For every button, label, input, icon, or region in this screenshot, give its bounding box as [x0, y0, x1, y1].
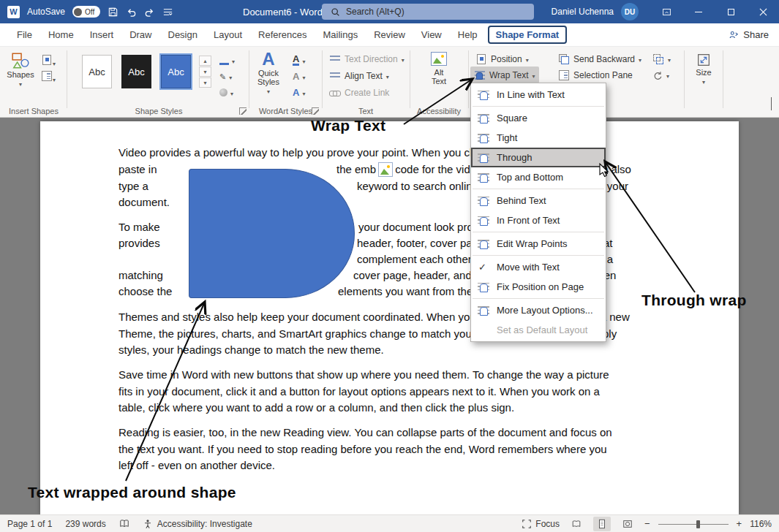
read-mode-button[interactable]: [568, 517, 585, 531]
tab-insert[interactable]: Insert: [82, 25, 122, 45]
text-outline-button[interactable]: [293, 69, 305, 83]
print-layout-button[interactable]: [593, 517, 611, 531]
quick-styles-button[interactable]: Quick Styles: [252, 50, 285, 95]
shape-styles-dialog-launcher[interactable]: [239, 107, 247, 115]
tab-file[interactable]: File: [9, 25, 40, 45]
word-count[interactable]: 239 words: [65, 519, 105, 529]
focus-button[interactable]: Focus: [522, 519, 560, 529]
zoom-in-button[interactable]: +: [737, 518, 742, 529]
shape-style-preset-3-selected[interactable]: Abc: [161, 55, 191, 88]
create-link-button[interactable]: Create Link: [325, 84, 393, 101]
search-input[interactable]: [346, 7, 525, 17]
shapes-button[interactable]: Shapes: [4, 51, 37, 88]
text-effects-button[interactable]: [293, 86, 305, 99]
tab-home[interactable]: Home: [40, 25, 82, 45]
alt-text-button[interactable]: Alt Text: [423, 52, 455, 86]
ribbon-display-options-button[interactable]: [650, 0, 682, 23]
menu-item-in-front-of-text[interactable]: In Front of Text: [471, 210, 606, 230]
proofing-icon[interactable]: [119, 519, 129, 529]
web-layout-button[interactable]: [619, 517, 636, 531]
shape-fill-button[interactable]: [219, 53, 235, 66]
text-box-button[interactable]: [41, 70, 56, 85]
document-page[interactable]: Video provides a powerful way to help yo…: [40, 121, 739, 514]
ribbon: Shapes Insert Shapes Abc Abc Abc ▴ ▾ ▾: [0, 47, 779, 118]
menu-item-move-with-text[interactable]: Move with Text: [471, 257, 606, 277]
tab-shape-format[interactable]: Shape Format: [488, 26, 568, 44]
menu-item-behind-text[interactable]: Behind Text: [471, 191, 606, 210]
close-icon: [759, 8, 767, 16]
wordart-dialog-launcher[interactable]: [312, 107, 319, 115]
menu-item-fix-position-on-page[interactable]: Fix Position on Page: [471, 277, 606, 297]
zoom-level[interactable]: 116%: [750, 519, 772, 529]
maximize-button[interactable]: [715, 0, 747, 23]
undo-icon[interactable]: [126, 7, 137, 18]
menu-separator: [473, 232, 604, 232]
menu-item-square[interactable]: Square: [471, 108, 606, 128]
menu-item-more-layout-options[interactable]: More Layout Options...: [471, 300, 606, 320]
shape-style-preset-2[interactable]: Abc: [121, 55, 151, 88]
minimize-button[interactable]: [682, 0, 715, 23]
tab-draw[interactable]: Draw: [121, 25, 159, 45]
edit-shape-button[interactable]: [41, 54, 56, 69]
tab-mailings[interactable]: Mailings: [315, 25, 366, 45]
size-button[interactable]: Size: [688, 52, 720, 86]
zoom-out-button[interactable]: −: [644, 518, 650, 529]
align-text-button[interactable]: Align Text: [325, 67, 393, 84]
group-label-wordart: WordArt Styles: [250, 107, 321, 115]
wrap-text-button[interactable]: Wrap Text: [470, 66, 539, 83]
selection-pane-button[interactable]: Selection Pane: [554, 66, 636, 83]
save-icon[interactable]: [108, 7, 118, 18]
shape-style-preset-1[interactable]: Abc: [82, 55, 112, 88]
tab-design[interactable]: Design: [160, 25, 206, 45]
user-name[interactable]: Daniel Uchenna: [552, 7, 614, 17]
word-logo-icon: [7, 6, 20, 18]
rotate-button[interactable]: [649, 66, 673, 83]
tab-review[interactable]: Review: [366, 25, 413, 45]
autosave-toggle[interactable]: Off: [72, 6, 100, 18]
collapse-ribbon-button[interactable]: [771, 98, 772, 111]
menu-separator: [473, 189, 604, 189]
menu-item-label: In Front of Text: [497, 215, 560, 226]
gallery-more-button[interactable]: ▾: [199, 77, 211, 88]
send-backward-button[interactable]: Send Backward: [554, 50, 645, 67]
menu-separator: [473, 255, 604, 256]
blue-rounded-shape[interactable]: [189, 169, 355, 298]
avatar[interactable]: DU: [621, 3, 639, 20]
checkmark-icon: [477, 262, 490, 273]
group-separator: [67, 50, 67, 108]
menu-item-in-line-with-text[interactable]: In Line with Text: [471, 85, 606, 104]
zoom-slider-thumb[interactable]: [696, 520, 700, 528]
redo-icon[interactable]: [144, 7, 155, 18]
text-direction-button[interactable]: Text Direction: [325, 50, 408, 67]
position-button[interactable]: Position: [472, 50, 532, 67]
menu-item-edit-wrap-points[interactable]: Edit Wrap Points: [471, 234, 606, 254]
menu-item-label: Fix Position on Page: [497, 281, 584, 292]
tab-view[interactable]: View: [413, 25, 450, 45]
menu-item-set-as-default-layout: Set as Default Layout: [471, 320, 606, 340]
tab-references[interactable]: References: [250, 25, 315, 45]
gallery-down-button[interactable]: ▾: [199, 66, 211, 77]
customize-quick-access-icon[interactable]: [162, 7, 173, 18]
tab-layout[interactable]: Layout: [206, 25, 250, 45]
group-shape-styles: Abc Abc Abc ▴ ▾ ▾ Shape Styles: [69, 47, 249, 118]
doc-text-line: table, click where you want to add a row…: [118, 400, 514, 416]
page-indicator[interactable]: Page 1 of 1: [7, 519, 52, 529]
focus-icon: [522, 519, 532, 529]
menu-item-through[interactable]: Through: [471, 148, 606, 167]
gallery-up-button[interactable]: ▴: [199, 56, 211, 66]
menu-item-tight[interactable]: Tight: [471, 128, 606, 148]
tab-help[interactable]: Help: [450, 25, 486, 45]
group-objects-button[interactable]: [649, 50, 674, 67]
menu-item-top-and-bottom[interactable]: Top and Bottom: [471, 167, 606, 187]
text-fill-button[interactable]: [293, 53, 305, 66]
web-layout-icon: [622, 519, 633, 529]
group-insert-shapes: Shapes Insert Shapes: [1, 47, 66, 118]
shape-effects-button[interactable]: [219, 86, 233, 99]
search-bar[interactable]: [322, 4, 534, 20]
accessibility-status[interactable]: Accessibility: Investigate: [143, 519, 252, 529]
zoom-slider[interactable]: [658, 519, 729, 529]
chevron-down-icon: [702, 77, 705, 86]
shape-outline-button[interactable]: [219, 69, 232, 83]
share-button[interactable]: Share: [729, 29, 769, 40]
close-button[interactable]: [747, 0, 779, 23]
